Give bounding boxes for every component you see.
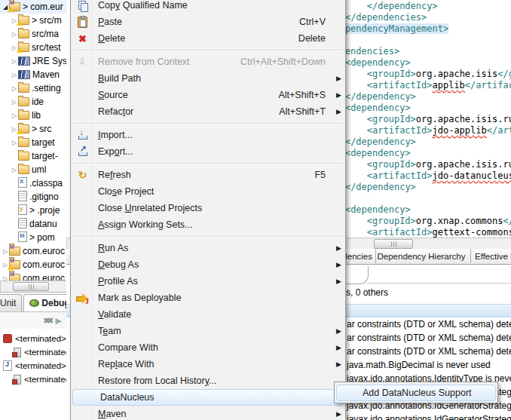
paste-icon bbox=[78, 17, 87, 28]
tree-item-maven[interactable]: ▷Maven bbox=[0, 68, 66, 81]
editor-tab-effective-pom[interactable]: Effective POM bbox=[470, 249, 511, 263]
menu-item-team[interactable]: Team▶ bbox=[71, 323, 345, 339]
tree-item-ide[interactable]: ▷ide bbox=[0, 95, 66, 109]
tree-item-src-ma[interactable]: ▷src/ma bbox=[0, 27, 66, 41]
tree-item-com-euroc[interactable]: ▷com.euroc bbox=[0, 271, 66, 281]
menu-item-mark-as-deployable[interactable]: JMark as Deployable bbox=[71, 290, 345, 306]
remove-all-terminated-icon[interactable]: ✖✖ bbox=[43, 317, 50, 325]
expand-arrow-icon[interactable]: ▷ bbox=[11, 85, 18, 92]
launch-label: <terminated> bbox=[15, 361, 66, 370]
debug-launch-row[interactable]: <terminated> bbox=[0, 359, 66, 372]
menu-item-source[interactable]: SourceAlt+Shift+S▶ bbox=[71, 87, 345, 103]
submenu-arrow-icon: ▶ bbox=[335, 108, 341, 115]
editor-line[interactable]: <groupId>org.xnap.commons</groupId> bbox=[323, 216, 511, 227]
editor-line[interactable]: <artifactId>applib</artifactId> bbox=[323, 80, 511, 91]
menu-item-copy-qualified-name[interactable]: Copy Qualified Name bbox=[71, 0, 345, 14]
menu-item-paste[interactable]: PasteCtrl+V bbox=[71, 14, 345, 30]
editor-line[interactable]: <artifactId>jdo-datanucleus</artifactId> bbox=[323, 170, 511, 182]
tree-item-lib[interactable]: ▷lib bbox=[0, 109, 66, 122]
menu-item-validate[interactable]: Validate bbox=[71, 306, 345, 323]
tree-item-target[interactable]: target- bbox=[0, 149, 66, 163]
expand-arrow-icon[interactable]: ▷ bbox=[11, 72, 18, 78]
expand-arrow-icon[interactable]: ▷ bbox=[2, 275, 9, 281]
tree-item-gitigno[interactable]: .gitigno bbox=[0, 190, 66, 204]
tree-item-jre-sys[interactable]: ▷JRE Sys bbox=[0, 54, 66, 68]
editor-line[interactable]: </dependencyManagement> bbox=[323, 23, 511, 35]
menu-item-export[interactable]: ↗Export... bbox=[71, 143, 345, 160]
menu-item-delete[interactable]: ✖DeleteDelete bbox=[71, 30, 345, 47]
editor-line[interactable]: <dependency> bbox=[323, 103, 511, 114]
editor-line[interactable]: <dependencies> bbox=[323, 46, 511, 57]
menu-item-datanucleus[interactable]: DataNucleus▶ bbox=[72, 389, 344, 406]
editor-line[interactable]: <dependency> bbox=[323, 148, 511, 159]
editor-line[interactable] bbox=[323, 193, 511, 204]
editor-line[interactable]: <artifactId>gettext-commons</artifactId> bbox=[323, 227, 511, 238]
editor-line[interactable]: </dependencies> bbox=[323, 12, 511, 23]
menu-icon-slot: ↻ bbox=[72, 170, 93, 180]
menu-item-build-path[interactable]: Build Path▶ bbox=[71, 70, 345, 87]
view-tab-debug[interactable]: Debug bbox=[23, 294, 67, 311]
tree-item-com-euroc[interactable]: ▷com.euroc bbox=[0, 258, 66, 271]
debug-launch-row[interactable]: <terminated> bbox=[0, 332, 66, 345]
debug-launch-row[interactable]: <terminated> bbox=[0, 345, 66, 359]
scrollbar-thumb[interactable] bbox=[13, 282, 49, 291]
editor-tab-dependency-hierarchy[interactable]: Dependency Hierarchy bbox=[372, 249, 471, 263]
tree-item-proje[interactable]: y> .proje bbox=[0, 204, 66, 217]
menu-icon-slot bbox=[72, 1, 93, 11]
menu-item-run-as[interactable]: Run As▶ bbox=[71, 240, 345, 256]
tree-item-pom[interactable]: M> pom bbox=[0, 231, 66, 244]
menu-item-import[interactable]: ↓Import... bbox=[71, 127, 345, 143]
tree-item-src[interactable]: ▷> src bbox=[0, 122, 66, 136]
editor-line[interactable] bbox=[323, 35, 511, 46]
menu-item-replace-with[interactable]: Replace With▶ bbox=[71, 356, 345, 372]
tree-item-uml[interactable]: ▷uml bbox=[0, 163, 66, 176]
lib-icon bbox=[18, 55, 30, 68]
editor-line[interactable]: <dependency> bbox=[323, 204, 511, 216]
editor-line[interactable]: <groupId>org.apache.isis.runtim bbox=[323, 114, 511, 125]
expand-arrow-icon[interactable]: ▷ bbox=[2, 248, 9, 255]
file-x-icon: X bbox=[18, 177, 27, 190]
editor-line[interactable]: </dependency> bbox=[323, 91, 511, 103]
tree-item-setting[interactable]: ▷.setting bbox=[0, 81, 66, 95]
view-tab-unit[interactable]: Unit bbox=[0, 294, 22, 311]
editor-line[interactable]: </dependency> bbox=[323, 182, 511, 193]
menu-item-close-project[interactable]: Close Project bbox=[71, 183, 345, 200]
tree-item-src-m[interactable]: ▷> src/m bbox=[0, 14, 66, 27]
editor-line[interactable]: <groupId>org.apache.isis</groupId> bbox=[323, 69, 511, 80]
tree-item-src-test[interactable]: ▷src/test bbox=[0, 41, 66, 54]
tree-item-com-eur[interactable]: ◢> com.eur bbox=[0, 0, 66, 14]
menu-item-profile-as[interactable]: Profile As▶ bbox=[71, 273, 345, 290]
menu-item-label: Profile As bbox=[93, 276, 326, 287]
editor-line[interactable]: </dependency> bbox=[323, 136, 511, 148]
debug-launch-row[interactable]: <terminated> bbox=[0, 372, 66, 386]
tree-item-com-euroc[interactable]: ▷com.euroc bbox=[0, 244, 66, 258]
tree-item-classpa[interactable]: X.classpa bbox=[0, 176, 66, 190]
menu-item-restore-from-local-history[interactable]: Restore from Local History... bbox=[71, 372, 345, 389]
expand-arrow-icon[interactable]: ▷ bbox=[11, 167, 18, 173]
tree-item-datanu[interactable]: datanu bbox=[0, 217, 66, 231]
menu-item-maven[interactable]: Maven▶ bbox=[71, 406, 345, 420]
editor-line[interactable]: <groupId>org.apache.isis.runtim bbox=[323, 159, 511, 170]
xml-editor-content[interactable]: </dependency> </dependencies></dependenc… bbox=[323, 1, 511, 238]
expand-arrow-icon[interactable]: ▷ bbox=[11, 31, 18, 38]
menu-item-debug-as[interactable]: Debug As▶ bbox=[71, 256, 345, 273]
expand-arrow-icon[interactable]: ▷ bbox=[11, 99, 18, 106]
expand-arrow-icon[interactable]: ▷ bbox=[11, 58, 18, 65]
menu-item-assign-working-sets[interactable]: Assign Working Sets... bbox=[71, 216, 345, 233]
editor-line[interactable]: </dependency> bbox=[323, 1, 511, 12]
submenu-arrow-icon: ▶ bbox=[335, 410, 341, 418]
menu-item-close-unrelated-projects[interactable]: Close Unrelated Projects bbox=[71, 200, 345, 216]
menu-item-compare-with[interactable]: Compare With▶ bbox=[71, 339, 345, 356]
scrollbar-thumb[interactable] bbox=[374, 239, 413, 249]
editor-line[interactable]: <dependency> bbox=[323, 57, 511, 69]
menu-item-refresh[interactable]: ↻RefreshF5 bbox=[71, 167, 345, 183]
menu-item-add-datanucleus-support[interactable]: Add DataNucleus Support bbox=[336, 385, 496, 401]
expand-arrow-icon[interactable]: ▷ bbox=[11, 112, 18, 119]
project-explorer-hscrollbar[interactable] bbox=[0, 281, 68, 293]
menu-separator bbox=[71, 120, 345, 127]
expand-arrow-icon[interactable]: ▷ bbox=[11, 139, 18, 146]
tree-item-target[interactable]: ▷target bbox=[0, 136, 66, 149]
editor-line[interactable]: <artifactId>jdo-applib</artifactId> bbox=[323, 125, 511, 136]
resume-icon[interactable]: ▶ bbox=[56, 317, 62, 325]
menu-item-refactor[interactable]: RefactorAlt+Shift+T▶ bbox=[71, 103, 345, 120]
